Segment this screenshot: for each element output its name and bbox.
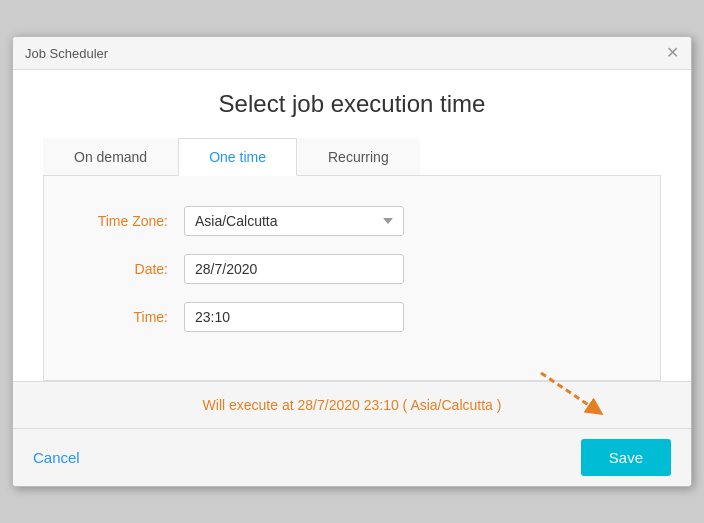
date-control [184,254,404,284]
time-control [184,302,404,332]
cancel-button[interactable]: Cancel [33,443,80,472]
save-button[interactable]: Save [581,439,671,476]
footer: Cancel Save [13,428,691,486]
timezone-label: Time Zone: [84,213,184,229]
status-text: Will execute at 28/7/2020 23:10 ( Asia/C… [203,397,502,413]
timezone-select[interactable]: Asia/Calcutta UTC America/New_York Europ… [184,206,404,236]
tab-bar: On demand One time Recurring [43,138,661,176]
timezone-control: Asia/Calcutta UTC America/New_York Europ… [184,206,404,236]
time-row: Time: [84,302,620,332]
date-input[interactable] [184,254,404,284]
dialog-title-bar-text: Job Scheduler [25,46,108,61]
page-title: Select job execution time [43,90,661,118]
title-bar: Job Scheduler ✕ [13,37,691,70]
tab-one-time[interactable]: One time [178,138,297,176]
tab-recurring[interactable]: Recurring [297,138,420,175]
dialog-body: Select job execution time On demand One … [13,70,691,381]
time-input[interactable] [184,302,404,332]
timezone-row: Time Zone: Asia/Calcutta UTC America/New… [84,206,620,236]
tab-on-demand[interactable]: On demand [43,138,178,175]
date-row: Date: [84,254,620,284]
time-label: Time: [84,309,184,325]
status-bar: Will execute at 28/7/2020 23:10 ( Asia/C… [13,381,691,428]
close-button[interactable]: ✕ [666,45,679,61]
arrow-icon [531,368,611,418]
svg-line-1 [541,373,596,410]
date-label: Date: [84,261,184,277]
form-area: Time Zone: Asia/Calcutta UTC America/New… [43,176,661,381]
dialog: Job Scheduler ✕ Select job execution tim… [12,36,692,487]
